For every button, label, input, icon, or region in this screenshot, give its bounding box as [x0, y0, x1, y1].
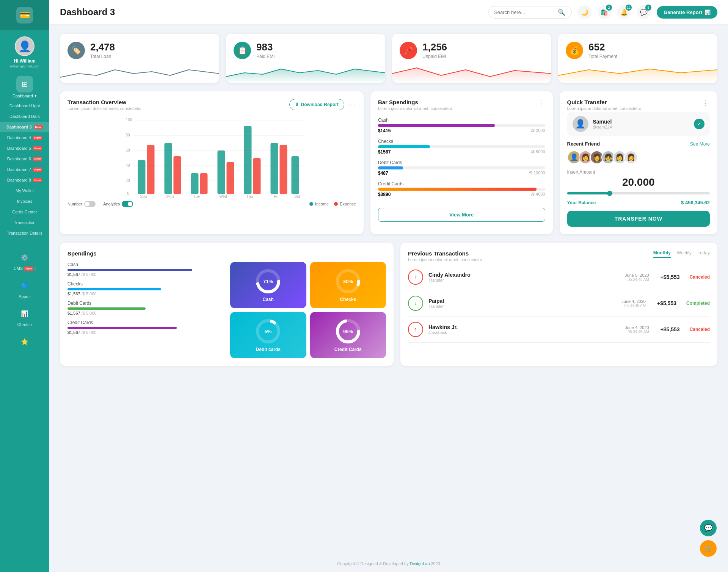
svg-text:71%: 71%: [263, 279, 273, 284]
sidebar-item-dashboard-dark[interactable]: Dashboard Dark: [0, 111, 49, 122]
stat-card-paid-emi: 📋 983 Paid EMI: [226, 34, 385, 83]
spendings-card: Spendings Cash $1,567 /$ 5,000 Checks $1…: [60, 243, 394, 366]
svg-text:96%: 96%: [343, 329, 353, 334]
svg-text:40: 40: [126, 163, 130, 168]
search-input[interactable]: [494, 9, 555, 15]
trans-amount: +$5,553: [661, 326, 680, 332]
number-toggle-switch[interactable]: [84, 201, 96, 207]
badge-new: New: [33, 157, 42, 161]
donut-cash: 71% Cash: [230, 262, 306, 308]
friend-avatar[interactable]: 👩: [624, 150, 638, 164]
svg-marker-1: [392, 68, 551, 83]
svg-text:Sat: Sat: [294, 194, 300, 198]
sidebar-item-dashboard3[interactable]: Dashboard 3 New: [0, 122, 49, 132]
sidebar-section: ⚙️ CMS New › 🔷 Apps › 📊 Charts › ⭐: [0, 246, 49, 353]
charts-icon: 📊: [17, 306, 32, 321]
sidebar-item-transaction-details[interactable]: Transaction Details: [0, 228, 49, 238]
svg-text:0: 0: [127, 191, 129, 196]
analytics-toggle-switch[interactable]: [122, 201, 133, 207]
content: 🏷️ 2,478 Total Loan 📋 983: [49, 25, 728, 555]
main-content: Dashboard 3 🔍 🌙 🛍️ 2 🔔 12 💬 5 Ge: [49, 0, 728, 572]
stat-icon-unpaid: 📌: [400, 42, 417, 59]
footer-brand-link[interactable]: DexignLab: [410, 561, 430, 566]
spendings-title: Spendings: [67, 250, 386, 257]
stat-info: 1,256 Unpaid EMI: [422, 41, 544, 59]
apps-icon: 🔷: [17, 278, 32, 293]
transfer-now-button[interactable]: TRANSFER NOW: [567, 211, 710, 227]
trans-icon-hawkins: ↑: [408, 322, 423, 337]
bar-spendings-title: Bar Spendings: [378, 99, 452, 105]
stat-chart-unpaid: [392, 62, 551, 83]
svg-text:Thu: Thu: [246, 194, 253, 198]
trans-amount: +$5,553: [657, 300, 676, 306]
trans-amount: +$5,553: [661, 274, 680, 280]
transfer-user: 👤 Samuel @sam224 ✓: [567, 112, 710, 136]
fab-cart[interactable]: 🛒: [700, 540, 717, 557]
bell-button[interactable]: 🔔 12: [617, 5, 631, 19]
fab-chat[interactable]: 💬: [700, 520, 717, 536]
see-more-link[interactable]: See More: [690, 141, 710, 147]
sidebar-item-favorites[interactable]: ⭐: [0, 331, 49, 353]
spending-item-credit: Credit Cards $1,567 /$ 5,000: [67, 320, 223, 335]
sidebar-item-dashboard6[interactable]: Dashboard 6 New: [0, 154, 49, 164]
quick-transfer-card: Quick Transfer Lorem ipsum dolor sit ame…: [560, 91, 718, 234]
donut-label-credit: Credit Cards: [334, 347, 362, 352]
cms-label: CMS New ›: [14, 266, 36, 271]
svg-text:5%: 5%: [265, 329, 272, 334]
bar-spendings-items: Cash $1415 /$ 2000 Checks $1567 /$: [378, 118, 545, 197]
sidebar-item-transaction[interactable]: Transaction: [0, 217, 49, 228]
cart-badge: 2: [606, 5, 612, 11]
stat-card-total-payment: 💰 652 Total Payment: [558, 34, 717, 83]
amount-slider[interactable]: [567, 192, 710, 194]
view-more-button[interactable]: View More: [378, 208, 545, 222]
trans-type: Cashback: [428, 330, 458, 335]
stat-value: 652: [588, 41, 710, 53]
badge-new: New: [33, 136, 42, 140]
sidebar-item-invoices[interactable]: Invoices: [0, 196, 49, 207]
svg-rect-30: [173, 156, 181, 194]
balance-value: $ 456,345.62: [681, 200, 710, 205]
tab-weekly[interactable]: Weekly: [677, 250, 692, 258]
sidebar-item-dashboard4[interactable]: Dashboard 4 New: [0, 132, 49, 143]
star-icon: ⭐: [17, 334, 32, 349]
badge-new: New: [34, 125, 43, 129]
stat-icon-loan: 🏷️: [67, 42, 85, 59]
sidebar-item-cards[interactable]: Cards Center: [0, 207, 49, 217]
moon-button[interactable]: 🌙: [578, 5, 592, 19]
sidebar-item-wallet[interactable]: My Wallet: [0, 185, 49, 196]
bar-spendings-menu[interactable]: ⋮: [538, 99, 545, 107]
sidebar-nav: Dashboard Light Dashboard Dark Dashboard…: [0, 100, 49, 238]
download-report-button[interactable]: ⬇ Download Report: [289, 99, 344, 110]
trans-date: June 4, 2020 05:34:45 AM: [625, 325, 649, 334]
sidebar-item-dashboard5[interactable]: Dashboard 5 New: [0, 143, 49, 154]
donut-chart-checks: 30%: [335, 268, 361, 295]
tab-today[interactable]: Today: [698, 250, 710, 258]
trans-name: Cindy Alexandro: [428, 272, 471, 278]
chart-legend: Number Analytics Income: [67, 201, 356, 207]
quick-transfer-menu[interactable]: ⋮: [702, 99, 710, 107]
cart-button[interactable]: 🛍️ 2: [598, 5, 611, 19]
sidebar-item-dashboard8[interactable]: Dashboard 8 New: [0, 175, 49, 185]
sidebar-item-dashboard-light[interactable]: Dashboard Light: [0, 100, 49, 111]
sidebar-user: 👤 Hi,William william@gmail.com: [10, 30, 39, 73]
sidebar-item-cms[interactable]: ⚙️ CMS New ›: [0, 246, 49, 274]
analytics-toggle: Analytics: [103, 201, 133, 207]
sidebar-item-dashboard7[interactable]: Dashboard 7 New: [0, 164, 49, 175]
svg-text:Fri: Fri: [274, 194, 279, 198]
trans-type: Transfer: [428, 304, 444, 309]
sidebar-item-apps[interactable]: 🔷 Apps ›: [0, 274, 49, 302]
chat-button[interactable]: 💬 5: [637, 5, 651, 19]
header: Dashboard 3 🔍 🌙 🛍️ 2 🔔 12 💬 5 Ge: [49, 0, 728, 25]
sidebar-item-charts[interactable]: 📊 Charts ›: [0, 302, 49, 331]
dashboard-label[interactable]: Dashboard ▾: [13, 93, 37, 98]
prev-trans-title: Previous Transactions: [408, 250, 482, 257]
tab-monthly[interactable]: Monthly: [653, 250, 671, 258]
quick-transfer-title: Quick Transfer: [567, 99, 642, 105]
stat-value: 983: [256, 41, 378, 53]
page-title: Dashboard 3: [60, 7, 115, 17]
stat-icon-payment: 💰: [566, 42, 583, 59]
trans-date: June 4, 2020 05:34:45 AM: [621, 299, 646, 308]
generate-report-button[interactable]: Generate Report 📊: [657, 6, 717, 19]
logo-icon: 💳: [16, 7, 33, 24]
transaction-menu[interactable]: ···: [348, 101, 356, 109]
